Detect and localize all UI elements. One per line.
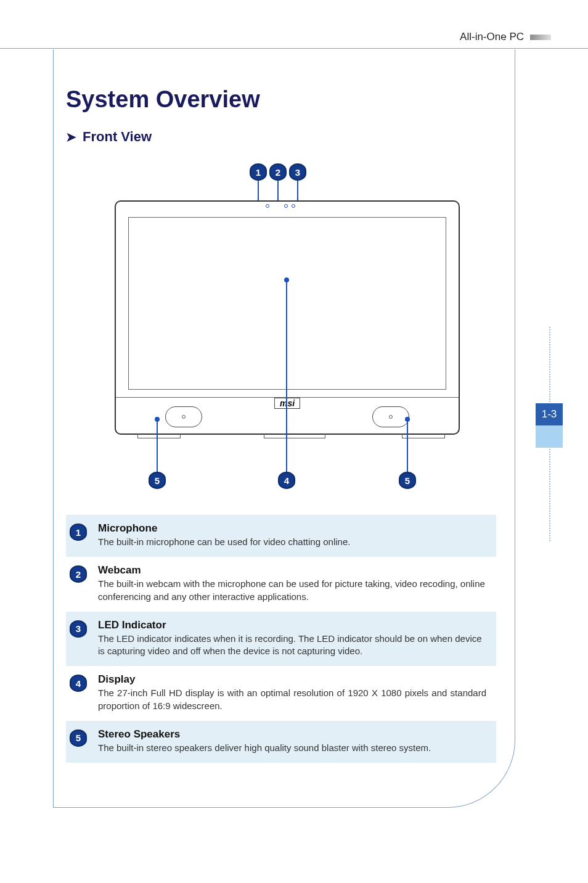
header: All-in-One PC [0,31,588,43]
feature-number-icon: 5 [70,729,87,747]
product-label: All-in-One PC [460,31,524,43]
feature-item: 4DisplayThe 27-inch Full HD display is w… [66,666,496,721]
webcam-dot-icon [284,204,288,208]
feature-title: Webcam [98,564,486,577]
feature-number-icon: 2 [70,565,87,583]
callout-4-icon: 4 [278,472,295,489]
feature-title: LED Indicator [98,619,486,631]
feature-list: 1MicrophoneThe built-in microphone can b… [66,515,496,763]
feature-item: 3LED IndicatorThe LED indicator indicate… [66,612,496,667]
side-dots-bot [549,449,550,541]
subtitle-row: ➤ Front View [66,129,496,145]
leader-line [157,420,158,473]
speaker-right-icon [372,406,409,427]
front-view-diagram: 1 2 3 msi [81,151,481,496]
page-frame: System Overview ➤ Front View 1 2 3 msi [53,49,515,808]
callout-1-icon: 1 [250,163,267,181]
feature-body: WebcamThe built-in webcam with the micro… [98,564,486,603]
feature-number-icon: 1 [70,524,87,541]
feature-desc: The built-in webcam with the microphone … [98,578,486,603]
feature-body: MicrophoneThe built-in microphone can be… [98,522,486,548]
header-bar-icon [530,35,551,40]
feature-item: 1MicrophoneThe built-in microphone can b… [66,515,496,557]
callout-5-icon: 5 [149,472,166,489]
page-title: System Overview [66,86,496,113]
leader-line [407,420,408,473]
led-dot-icon [292,204,295,208]
feature-desc: The built-in microphone can be used for … [98,536,486,548]
feature-body: DisplayThe 27-inch Full HD display is wi… [98,673,486,712]
side-dots-top [549,327,550,402]
feature-number-icon: 4 [70,675,87,692]
feature-title: Microphone [98,522,486,535]
feature-title: Display [98,673,486,686]
speaker-left-icon [165,406,202,427]
feature-desc: The 27-inch Full HD display is with an o… [98,687,486,712]
page-number-tab: 1-3 [536,403,563,425]
feature-number-icon: 3 [70,620,87,638]
screen-area [128,217,446,390]
feature-desc: The LED indicator indicates when it is r… [98,633,486,658]
leader-line [286,281,287,472]
feature-title: Stereo Speakers [98,728,486,741]
feature-item: 5Stereo SpeakersThe built-in stereo spea… [66,721,496,763]
feature-body: LED IndicatorThe LED indicator indicates… [98,619,486,658]
callout-2-icon: 2 [269,163,287,181]
page-number-tab-light [536,425,563,448]
section-title: Front View [83,129,152,145]
brand-logo: msi [274,398,300,409]
callout-5-icon: 5 [399,472,416,489]
chevron-right-icon: ➤ [66,129,76,144]
callout-3-icon: 3 [289,163,306,181]
feature-desc: The built-in stereo speakers deliver hig… [98,742,486,754]
microphone-dot-icon [266,204,269,208]
feature-item: 2WebcamThe built-in webcam with the micr… [66,557,496,612]
feature-body: Stereo SpeakersThe built-in stereo speak… [98,728,486,754]
monitor-outline: msi [115,200,460,435]
top-rule [0,48,588,49]
